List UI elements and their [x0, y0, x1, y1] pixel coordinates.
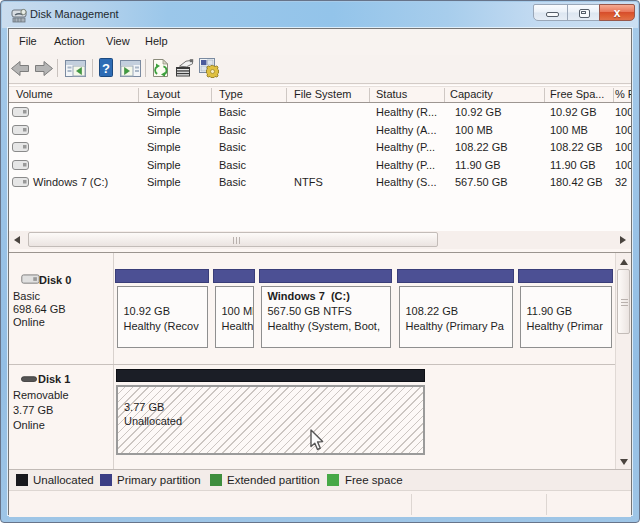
svg-text:?: ?: [102, 61, 110, 76]
